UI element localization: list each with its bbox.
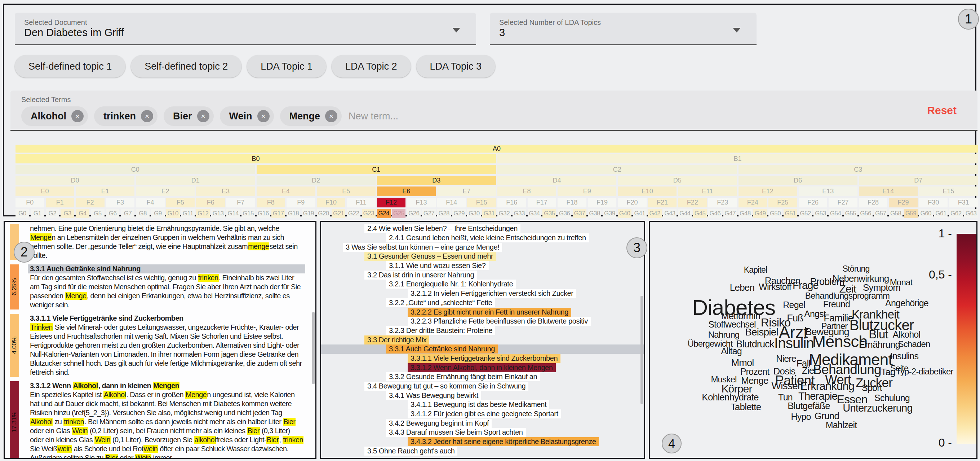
toc-item[interactable]: 3.2.2.2 Es gibt nicht nur ein Fett in un…	[321, 307, 644, 317]
icicle-cell-G22[interactable]: G22	[347, 209, 360, 218]
icicle-cell-F5[interactable]: F5	[166, 198, 195, 207]
toc-item[interactable]: 3.4.1.1 Bewegung ist das beste Medikamen…	[321, 400, 644, 409]
icicle-cell-D4[interactable]: D4	[497, 175, 616, 185]
icicle-cell-G13[interactable]: G13	[211, 209, 225, 218]
cloud-word-unterzuckerung[interactable]: Unterzuckerung	[843, 402, 913, 414]
icicle-cell-G11[interactable]: G11	[181, 209, 195, 218]
icicle-cell-F10[interactable]: F10	[317, 198, 346, 207]
icicle-cell-G19[interactable]: G19	[302, 209, 315, 218]
icicle-cell-G1[interactable]: G1	[31, 209, 45, 218]
cloud-word-freund[interactable]: Freund	[823, 299, 850, 309]
icicle-cell-F4[interactable]: F4	[136, 198, 165, 207]
document-select[interactable]: Selected Document Den Diabetes im Griff	[15, 13, 476, 45]
icicle-cell-G61[interactable]: G61	[934, 209, 948, 218]
icicle-cell-F8[interactable]: F8	[257, 198, 285, 207]
cloud-word-kapitel[interactable]: Kapitel	[744, 265, 767, 275]
icicle-cell-G27[interactable]: G27	[422, 209, 436, 218]
toc-item[interactable]: 3.5 Ohne Rauch geht's auch	[321, 447, 644, 456]
icicle-cell-G10[interactable]: G10	[166, 209, 180, 218]
icicle-cell-G46[interactable]: G46	[708, 209, 722, 218]
icicle-cell-D3[interactable]: D3	[377, 175, 496, 185]
icicle-cell-E3[interactable]: E3	[196, 187, 255, 196]
cloud-word-regel[interactable]: Regel	[783, 300, 805, 310]
toc-item[interactable]: 3.2.2 „Gute“ und „schlechte“ Fette	[321, 298, 644, 308]
icicle-cell-E13[interactable]: E13	[799, 187, 858, 196]
icicle-cell-G59[interactable]: G59	[904, 209, 918, 218]
toc-item[interactable]: 3.2.3 Der dritte Baustein: Proteine	[321, 326, 644, 335]
icicle-cell-F30[interactable]: F30	[919, 198, 948, 207]
icicle-cell-F1[interactable]: F1	[46, 198, 75, 207]
icicle-cell-F21[interactable]: F21	[648, 198, 677, 207]
toc-item[interactable]: 3.3 Der richtige Mix	[321, 335, 644, 345]
icicle-cell-G33[interactable]: G33	[512, 209, 526, 218]
icicle-cell-G54[interactable]: G54	[829, 209, 842, 218]
toc-item[interactable]: 3.2.1.2 In vielen Fertiggerichten verste…	[321, 289, 644, 298]
toc-item[interactable]: 3.1.1 Wie und wozu essen Sie?	[321, 261, 644, 271]
icicle-cell-F27[interactable]: F27	[829, 198, 858, 207]
toc-item[interactable]: 3.2.2.3 Pflanzliche Fette beeinflussen d…	[321, 317, 644, 326]
toc-item[interactable]: 3.4 Bewegung tut gut – so kommen Sie in …	[321, 382, 644, 391]
remove-term-icon[interactable]: ×	[197, 110, 209, 122]
icicle-cell-E14[interactable]: E14	[859, 187, 918, 196]
icicle-cell-F16[interactable]: F16	[497, 198, 526, 207]
toc-item[interactable]: 3.1 Gesunder Genuss – Essen und mehr	[321, 252, 644, 261]
remove-term-icon[interactable]: ×	[257, 110, 270, 122]
tab-topic-1[interactable]: Self-defined topic 1	[15, 55, 126, 78]
icicle-cell-G42[interactable]: G42	[648, 209, 662, 218]
icicle-cell-G34[interactable]: G34	[528, 209, 541, 218]
lda-topics-select[interactable]: Selected Number of LDA Topics 3	[490, 13, 757, 45]
icicle-cell-F19[interactable]: F19	[588, 198, 617, 207]
icicle-cell-G51[interactable]: G51	[784, 209, 797, 218]
icicle-cell-C3[interactable]: C3	[738, 165, 978, 174]
tab-topic-3[interactable]: LDA Topic 1	[247, 55, 326, 78]
icicle-cell-G37[interactable]: G37	[573, 209, 586, 218]
icicle-cell-C2[interactable]: C2	[497, 165, 737, 174]
cloud-word-typ-2-diabetiker[interactable]: Typ-2-diabetiker	[896, 367, 953, 376]
cloud-word-leben[interactable]: Leben	[730, 282, 754, 293]
cloud-word-schulung[interactable]: Schulung	[874, 393, 910, 403]
icicle-cell-G23[interactable]: G23	[362, 209, 375, 218]
icicle-cell-G16[interactable]: G16	[257, 209, 270, 218]
icicle-cell-G32[interactable]: G32	[497, 209, 511, 218]
icicle-cell-F13[interactable]: F13	[407, 198, 436, 207]
new-term-input[interactable]	[348, 110, 501, 122]
toc-item[interactable]: 3.3.1 Auch Getränke sind Nahrung	[321, 345, 644, 354]
icicle-cell-G14[interactable]: G14	[226, 209, 240, 218]
icicle-cell-G41[interactable]: G41	[633, 209, 647, 218]
remove-term-icon[interactable]: ×	[72, 110, 84, 122]
cloud-word-insulin[interactable]: Insulin	[774, 335, 814, 351]
icicle-cell-F7[interactable]: F7	[226, 198, 255, 207]
icicle-cell-G52[interactable]: G52	[799, 209, 812, 218]
cloud-word-niere[interactable]: Niere	[776, 354, 796, 364]
icicle-cell-F17[interactable]: F17	[528, 198, 557, 207]
icicle-cell-E12[interactable]: E12	[738, 187, 797, 196]
icicle-cell-C1[interactable]: C1	[257, 165, 496, 174]
toc-item[interactable]: 3.4.3.2 Jeder hat seine eigene körperlic…	[321, 437, 644, 447]
icicle-cell-F9[interactable]: F9	[286, 198, 315, 207]
icicle-cell-F0[interactable]: F0	[16, 198, 45, 207]
icicle-cell-D6[interactable]: D6	[738, 175, 858, 185]
toc-scrollbar[interactable]	[641, 296, 643, 404]
cloud-word-schaden[interactable]: Schaden	[898, 339, 930, 349]
icicle-cell-G20[interactable]: G20	[317, 209, 331, 218]
toc-item[interactable]: 3.3.2 Gesunde Ernährung fängt beim Einka…	[321, 372, 644, 382]
icicle-cell-B0[interactable]: B0	[16, 154, 496, 163]
chevron-down-icon[interactable]	[452, 28, 460, 32]
icicle-cell-G4[interactable]: G4	[76, 209, 89, 218]
cloud-word-frage[interactable]: Frage	[792, 279, 819, 292]
icicle-cell-G31[interactable]: G31	[482, 209, 496, 218]
icicle-cell-D1[interactable]: D1	[136, 175, 255, 185]
icicle-cell-G43[interactable]: G43	[663, 209, 677, 218]
icicle-cell-F18[interactable]: F18	[558, 198, 586, 207]
icicle-cell-E2[interactable]: E2	[136, 187, 195, 196]
icicle-cell-G53[interactable]: G53	[813, 209, 827, 218]
cloud-word-ernährung[interactable]: Ernährung	[859, 339, 900, 350]
cloud-word-wirkstoff[interactable]: Wirkstoff	[759, 282, 791, 292]
icicle-cell-F22[interactable]: F22	[678, 198, 707, 207]
cloud-word-beispiel[interactable]: Beispiel	[745, 327, 778, 338]
icicle-cell-G44[interactable]: G44	[678, 209, 692, 218]
cloud-word-hypo[interactable]: Hypo	[791, 412, 811, 422]
icicle-cell-G7[interactable]: G7	[121, 209, 134, 218]
icicle-cell-F14[interactable]: F14	[437, 198, 466, 207]
icicle-cell-G6[interactable]: G6	[106, 209, 120, 218]
